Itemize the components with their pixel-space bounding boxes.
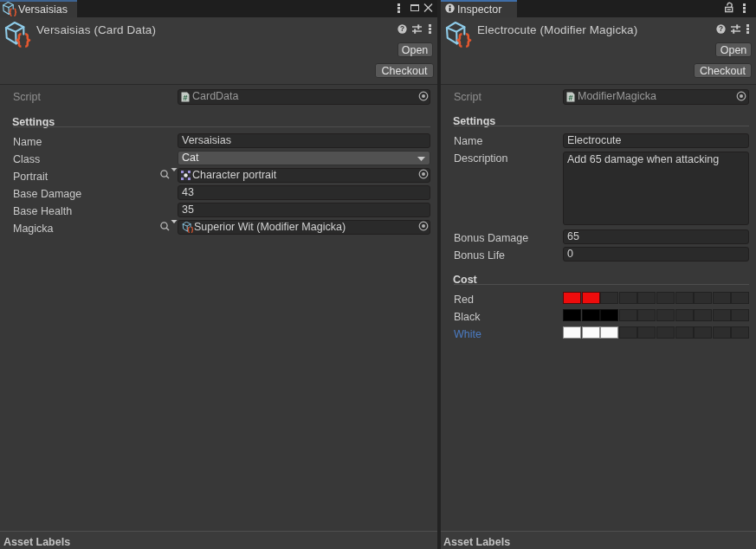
svg-text:#: # [568,94,572,102]
svg-text:#: # [183,94,187,102]
svg-text:?: ? [719,25,723,33]
svg-text:?: ? [400,25,404,33]
